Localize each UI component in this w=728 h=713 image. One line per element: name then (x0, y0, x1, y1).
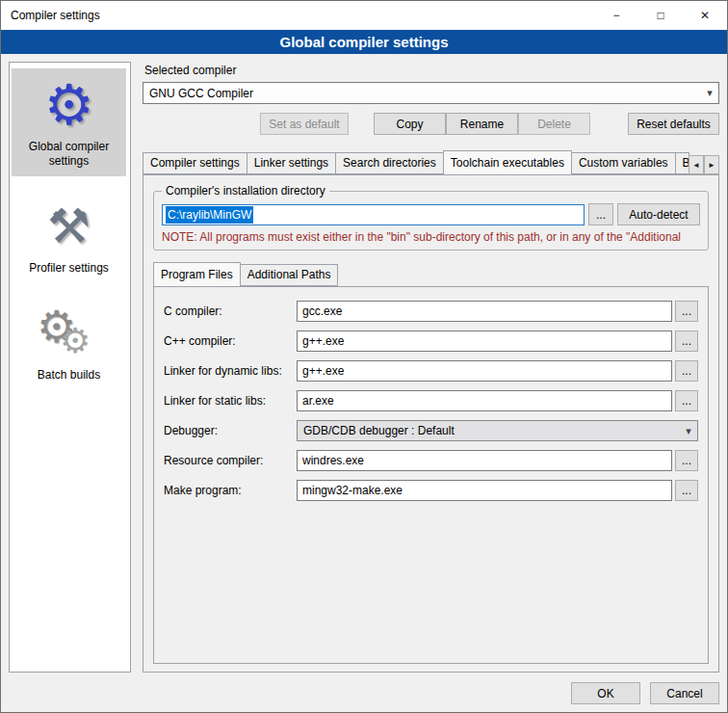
field-label: C++ compiler: (164, 334, 297, 348)
sidebar-item-label: Batch builds (13, 368, 124, 383)
tab-scroll-left-button[interactable]: ◄ (689, 155, 704, 174)
cpp-compiler-browse-button[interactable]: ... (675, 330, 698, 352)
install-dir-selected-text: C:\raylib\MinGW (166, 206, 253, 224)
banner-title: Global compiler settings (1, 30, 727, 54)
static-linker-input[interactable] (297, 390, 672, 411)
tab-build-options-clipped[interactable]: Buil (675, 152, 689, 174)
settings-tabstrip: Compiler settings Linker settings Search… (143, 150, 719, 174)
field-label: Debugger: (164, 424, 297, 437)
gear-icon: ⚙ (13, 74, 124, 136)
field-row-c-compiler: C compiler: ... (164, 301, 698, 322)
selected-compiler-value: GNU GCC Compiler (149, 87, 701, 100)
field-label: C compiler: (164, 304, 297, 318)
tab-scroll-right-button[interactable]: ► (704, 155, 719, 174)
debugger-select[interactable]: GDB/CDB debugger : Default ▾ (297, 420, 698, 441)
selected-compiler-label: Selected compiler (144, 64, 719, 77)
auto-detect-button[interactable]: Auto-detect (617, 203, 700, 225)
toolchain-executables-panel: Compiler's installation directory C:\ray… (143, 174, 719, 673)
program-files-panel: C compiler: ... C++ compiler: ... Linker… (153, 286, 709, 664)
sidebar-item-batch-builds[interactable]: ⚙ ⚙ Batch builds (12, 297, 126, 390)
copy-button[interactable]: Copy (374, 113, 446, 135)
make-program-input[interactable] (297, 480, 672, 501)
cpp-compiler-input[interactable] (297, 330, 672, 352)
c-compiler-browse-button[interactable]: ... (675, 301, 698, 322)
field-row-debugger: Debugger: GDB/CDB debugger : Default ▾ (164, 420, 698, 441)
chevron-down-icon: ▾ (701, 87, 718, 99)
profiler-icon: ⚒ (13, 196, 124, 257)
batch-gears-icon: ⚙ ⚙ (13, 303, 124, 364)
sidebar-item-label: Global compiler settings (13, 140, 124, 169)
tab-additional-paths[interactable]: Additional Paths (240, 264, 339, 286)
installation-directory-legend: Compiler's installation directory (162, 184, 329, 198)
resource-compiler-input[interactable] (297, 450, 672, 471)
debugger-select-value: GDB/CDB debugger : Default (303, 424, 680, 437)
tab-linker-settings[interactable]: Linker settings (247, 152, 336, 174)
gear-glyph: ⚙ (44, 77, 94, 133)
cancel-button[interactable]: Cancel (650, 682, 719, 704)
reset-defaults-button[interactable]: Reset defaults (628, 113, 719, 135)
install-dir-input[interactable]: C:\raylib\MinGW (162, 204, 585, 225)
compiler-button-row: Set as default Copy Rename Delete Reset … (143, 113, 719, 135)
minimize-icon: − (612, 9, 619, 22)
field-label: Linker for dynamic libs: (164, 364, 297, 378)
hammer-glyph: ⚒ (47, 202, 91, 251)
field-label: Resource compiler: (164, 454, 297, 467)
install-dir-note: NOTE: All programs must exist either in … (162, 230, 700, 244)
resource-compiler-browse-button[interactable]: ... (675, 450, 698, 471)
arrow-left-icon: ◄ (692, 161, 700, 170)
delete-button[interactable]: Delete (518, 113, 590, 135)
dialog-footer: OK Cancel (9, 682, 719, 704)
close-icon: ✕ (700, 9, 710, 22)
compiler-settings-window: Compiler settings − □ ✕ Global compiler … (0, 0, 728, 713)
gear-glyph: ⚙ (60, 324, 91, 358)
set-as-default-button[interactable]: Set as default (260, 113, 349, 135)
sidebar-item-profiler-settings[interactable]: ⚒ Profiler settings (12, 190, 126, 283)
selected-compiler-dropdown[interactable]: GNU GCC Compiler ▾ (143, 82, 719, 104)
field-row-static-linker: Linker for static libs: ... (164, 390, 698, 411)
rename-button[interactable]: Rename (446, 113, 518, 135)
dialog-content: ⚙ Global compiler settings ⚒ Profiler se… (1, 54, 727, 712)
close-button[interactable]: ✕ (683, 1, 727, 30)
field-row-dynamic-linker: Linker for dynamic libs: ... (164, 360, 698, 382)
caption-buttons: − □ ✕ (594, 1, 727, 30)
c-compiler-input[interactable] (297, 301, 672, 322)
field-row-cpp-compiler: C++ compiler: ... (164, 330, 698, 352)
chevron-down-icon: ▾ (680, 425, 697, 437)
tab-program-files[interactable]: Program Files (153, 262, 241, 287)
ok-button[interactable]: OK (571, 682, 640, 704)
program-files-tabstrip: Program Files Additional Paths (153, 262, 711, 286)
field-label: Make program: (164, 484, 297, 497)
main-panel: Selected compiler GNU GCC Compiler ▾ Set… (143, 62, 719, 673)
field-row-make-program: Make program: ... (164, 480, 698, 501)
tab-search-directories[interactable]: Search directories (335, 152, 444, 174)
dynamic-linker-input[interactable] (297, 360, 672, 382)
field-label: Linker for static libs: (164, 394, 297, 408)
installation-directory-group: Compiler's installation directory C:\ray… (153, 191, 709, 251)
minimize-button[interactable]: − (594, 1, 638, 30)
maximize-button[interactable]: □ (638, 1, 683, 30)
sidebar-item-label: Profiler settings (13, 261, 124, 276)
window-title: Compiler settings (1, 9, 594, 22)
make-program-browse-button[interactable]: ... (675, 480, 698, 501)
tab-scroll-arrows: ◄ ► (689, 155, 719, 174)
install-dir-browse-button[interactable]: ... (588, 203, 613, 225)
maximize-icon: □ (657, 9, 663, 22)
tab-compiler-settings[interactable]: Compiler settings (143, 152, 247, 174)
tab-toolchain-executables[interactable]: Toolchain executables (443, 150, 572, 175)
static-linker-browse-button[interactable]: ... (675, 390, 698, 411)
field-row-resource-compiler: Resource compiler: ... (164, 450, 698, 471)
sidebar-item-global-compiler-settings[interactable]: ⚙ Global compiler settings (12, 68, 126, 176)
category-sidebar: ⚙ Global compiler settings ⚒ Profiler se… (9, 62, 131, 673)
tab-custom-variables[interactable]: Custom variables (571, 152, 676, 174)
titlebar: Compiler settings − □ ✕ (1, 1, 727, 30)
dynamic-linker-browse-button[interactable]: ... (675, 360, 698, 382)
arrow-right-icon: ► (708, 161, 715, 170)
